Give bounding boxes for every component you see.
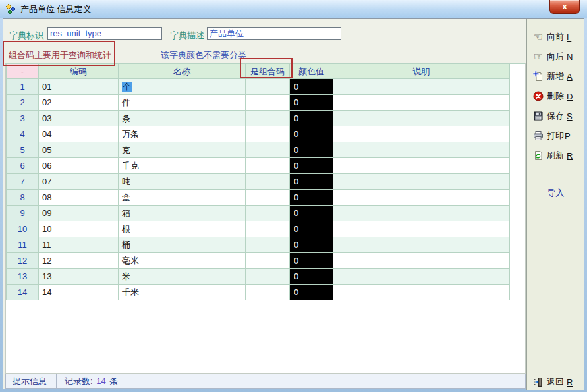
cell-code[interactable]: 08	[39, 190, 119, 206]
cell-name[interactable]: 千克	[119, 158, 246, 174]
save-button[interactable]: 保存S	[532, 109, 573, 123]
cell-code[interactable]: 04	[39, 126, 119, 142]
header-name: 名称	[119, 64, 246, 79]
cell-code[interactable]: 12	[39, 253, 119, 269]
cell-name[interactable]: 条	[119, 111, 246, 126]
cell-desc[interactable]	[333, 253, 510, 269]
cell-combo[interactable]	[246, 174, 290, 190]
cell-color[interactable]: 0	[290, 206, 333, 221]
refresh-button[interactable]: 刷新R	[532, 149, 573, 162]
delete-button[interactable]: 删除D	[532, 90, 573, 103]
cell-code[interactable]: 14	[39, 285, 119, 300]
cell-rownum[interactable]: 4	[6, 126, 39, 142]
cell-rownum[interactable]: 9	[6, 206, 39, 221]
cell-combo[interactable]	[246, 158, 290, 174]
next-button[interactable]: ☞ 向后N	[532, 50, 573, 63]
cell-desc[interactable]	[333, 174, 510, 190]
table-row: 11 11 桶 0	[6, 237, 525, 253]
cell-rownum[interactable]: 14	[6, 285, 39, 300]
cell-color[interactable]: 0	[290, 158, 333, 174]
cell-desc[interactable]	[333, 111, 510, 126]
cell-name[interactable]: 米	[119, 269, 246, 285]
cell-rownum[interactable]: 8	[6, 190, 39, 206]
cell-code[interactable]: 01	[39, 79, 119, 95]
cell-name[interactable]: 件	[119, 95, 246, 111]
cell-color[interactable]: 0	[290, 285, 333, 300]
cell-code[interactable]: 06	[39, 158, 119, 174]
cell-combo[interactable]	[246, 111, 290, 126]
cell-color[interactable]: 0	[290, 126, 333, 142]
cell-rownum[interactable]: 5	[6, 142, 39, 158]
cell-color[interactable]: 0	[290, 221, 333, 237]
cell-rownum[interactable]: 13	[6, 269, 39, 285]
cell-code[interactable]: 09	[39, 206, 119, 221]
cell-name[interactable]: 桶	[119, 237, 246, 253]
cell-code[interactable]: 02	[39, 95, 119, 111]
cell-desc[interactable]	[333, 95, 510, 111]
cell-rownum[interactable]: 3	[6, 111, 39, 126]
cell-color[interactable]: 0	[290, 79, 333, 95]
cell-combo[interactable]	[246, 190, 290, 206]
cell-color[interactable]: 0	[290, 95, 333, 111]
cell-color[interactable]: 0	[290, 269, 333, 285]
cell-combo[interactable]	[246, 269, 290, 285]
cell-rownum[interactable]: 11	[6, 237, 39, 253]
cell-desc[interactable]	[333, 285, 510, 300]
cell-code[interactable]: 05	[39, 142, 119, 158]
cell-rownum[interactable]: 12	[6, 253, 39, 269]
cell-color[interactable]: 0	[290, 142, 333, 158]
cell-combo[interactable]	[246, 95, 290, 111]
print-button[interactable]: 打印P	[532, 129, 571, 142]
cell-code[interactable]: 03	[39, 111, 119, 126]
dict-desc-label: 字典描述	[170, 30, 204, 42]
cell-name[interactable]: 毫米	[119, 253, 246, 269]
dict-desc-input[interactable]	[207, 27, 341, 40]
cell-name[interactable]: 千米	[119, 285, 246, 300]
cell-combo[interactable]	[246, 253, 290, 269]
cell-rownum[interactable]: 6	[6, 158, 39, 174]
close-button[interactable]: x	[549, 0, 580, 14]
cell-code[interactable]: 07	[39, 174, 119, 190]
cell-rownum[interactable]: 10	[6, 221, 39, 237]
dict-id-input[interactable]	[47, 27, 162, 40]
cell-name[interactable]: 盒	[119, 190, 246, 206]
cell-code[interactable]: 13	[39, 269, 119, 285]
cell-code[interactable]: 10	[39, 221, 119, 237]
back-button[interactable]: 返回R	[532, 376, 573, 389]
cell-name[interactable]: 箱	[119, 206, 246, 221]
cell-combo[interactable]	[246, 237, 290, 253]
cell-color[interactable]: 0	[290, 111, 333, 126]
cell-desc[interactable]	[333, 237, 510, 253]
cell-desc[interactable]	[333, 158, 510, 174]
add-button[interactable]: 新增A	[532, 70, 573, 83]
cell-name[interactable]: 万条	[119, 126, 246, 142]
cell-rownum[interactable]: 7	[6, 174, 39, 190]
cell-combo[interactable]	[246, 221, 290, 237]
cell-desc[interactable]	[333, 79, 510, 95]
printer-icon	[532, 130, 544, 141]
import-link[interactable]: 导入	[527, 187, 584, 199]
cell-desc[interactable]	[333, 190, 510, 206]
cell-color[interactable]: 0	[290, 174, 333, 190]
cell-rownum[interactable]: 2	[6, 95, 39, 111]
cell-name[interactable]: 根	[119, 221, 246, 237]
cell-color[interactable]: 0	[290, 253, 333, 269]
cell-combo[interactable]	[246, 142, 290, 158]
cell-combo[interactable]	[246, 206, 290, 221]
cell-name[interactable]: 吨	[119, 174, 246, 190]
cell-combo[interactable]	[246, 79, 290, 95]
cell-color[interactable]: 0	[290, 237, 333, 253]
cell-desc[interactable]	[333, 269, 510, 285]
cell-desc[interactable]	[333, 206, 510, 221]
cell-desc[interactable]	[333, 221, 510, 237]
cell-code[interactable]: 11	[39, 237, 119, 253]
cell-name[interactable]: 个	[119, 79, 246, 95]
cell-desc[interactable]	[333, 142, 510, 158]
cell-rownum[interactable]: 1	[6, 79, 39, 95]
cell-combo[interactable]	[246, 285, 290, 300]
cell-name[interactable]: 克	[119, 142, 246, 158]
cell-desc[interactable]	[333, 126, 510, 142]
prev-button[interactable]: ☜ 向前L	[532, 30, 571, 43]
cell-combo[interactable]	[246, 126, 290, 142]
cell-color[interactable]: 0	[290, 190, 333, 206]
